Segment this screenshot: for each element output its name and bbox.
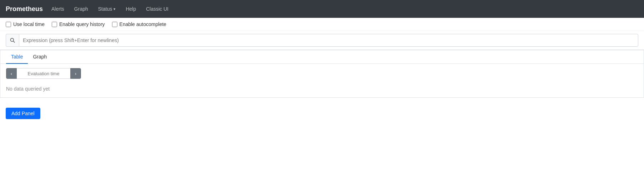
- add-panel-section: Add Panel: [0, 103, 644, 123]
- eval-time-next-button[interactable]: ›: [70, 68, 81, 79]
- graph-link[interactable]: Graph: [73, 5, 90, 13]
- enable-autocomplete-option[interactable]: Enable autocomplete: [112, 21, 167, 27]
- expression-bar: [0, 31, 644, 50]
- no-data-message: No data queried yet: [6, 85, 638, 93]
- status-dropdown[interactable]: Status: [97, 5, 117, 13]
- enable-autocomplete-checkbox[interactable]: [112, 22, 117, 27]
- alerts-link[interactable]: Alerts: [50, 5, 66, 13]
- tab-graph[interactable]: Graph: [28, 50, 52, 64]
- navbar: Prometheus Alerts Graph Status Help Clas…: [0, 0, 644, 18]
- search-button[interactable]: [6, 34, 19, 47]
- evaluation-time-row: ‹ ›: [6, 68, 638, 79]
- panel-tabs: Table Graph: [0, 50, 644, 64]
- svg-line-1: [13, 41, 15, 42]
- expression-input[interactable]: [19, 34, 638, 47]
- tab-table[interactable]: Table: [6, 50, 28, 64]
- enable-query-history-option[interactable]: Enable query history: [52, 21, 105, 27]
- panel-content: ‹ › No data queried yet: [0, 64, 644, 97]
- use-local-time-checkbox[interactable]: [6, 22, 11, 27]
- classic-ui-link[interactable]: Classic UI: [144, 5, 170, 13]
- eval-time-prev-button[interactable]: ‹: [6, 68, 17, 79]
- use-local-time-option[interactable]: Use local time: [6, 21, 45, 27]
- help-link[interactable]: Help: [124, 5, 137, 13]
- query-panel: Table Graph ‹ › No data queried yet: [0, 50, 644, 98]
- svg-point-0: [10, 38, 14, 41]
- navbar-brand[interactable]: Prometheus: [6, 5, 43, 13]
- enable-query-history-checkbox[interactable]: [52, 22, 57, 27]
- evaluation-time-input[interactable]: [17, 68, 70, 79]
- search-icon: [10, 37, 15, 43]
- enable-autocomplete-label: Enable autocomplete: [120, 21, 167, 27]
- enable-query-history-label: Enable query history: [59, 21, 105, 27]
- options-bar: Use local time Enable query history Enab…: [0, 18, 644, 31]
- use-local-time-label: Use local time: [13, 21, 45, 27]
- add-panel-button[interactable]: Add Panel: [6, 108, 40, 119]
